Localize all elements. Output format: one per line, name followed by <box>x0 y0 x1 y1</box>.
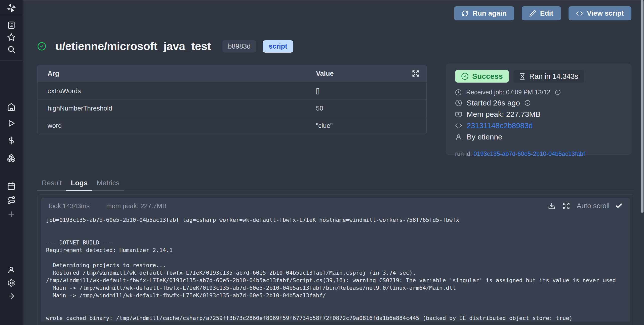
plus-icon[interactable] <box>7 210 16 219</box>
run-id-label: run id: <box>455 150 472 157</box>
auto-scroll-label: Auto scroll <box>577 202 610 210</box>
arrow-right-icon[interactable] <box>7 292 15 300</box>
status-badge: Success <box>455 70 509 83</box>
logs-header: took 14343ms mem peak: 227.7MB Auto scro… <box>41 198 630 214</box>
hash-badge: b8983d <box>222 40 256 53</box>
mem-peak-text: mem peak: 227.7MB <box>106 202 167 210</box>
page-title: u/etienne/microsoft_java_test <box>55 40 211 53</box>
run-id-link[interactable]: 0193c135-ab7d-60e5-2b10-04b5ac13fabf <box>473 150 585 157</box>
script-type-badge: script <box>263 40 293 53</box>
result-tabs: Result Logs Metrics <box>37 176 634 191</box>
action-toolbar: Run again Edit View script <box>454 6 631 20</box>
page-scrollbar[interactable] <box>641 0 643 213</box>
view-script-label: View script <box>587 9 624 17</box>
refresh-icon <box>462 10 468 17</box>
sidebar-divider <box>0 15 23 15</box>
info-icon[interactable] <box>525 100 531 106</box>
home-icon[interactable] <box>7 103 16 111</box>
args-table: Arg Value extraWords [] highNumberThresh… <box>37 65 427 134</box>
user-icon <box>455 133 462 140</box>
route-icon[interactable] <box>7 196 16 204</box>
arg-name: extraWords <box>37 87 81 95</box>
window-top-edge <box>0 0 644 1</box>
sidebar <box>0 0 23 325</box>
gear-icon[interactable] <box>7 279 15 287</box>
star-icon[interactable] <box>7 33 16 42</box>
arg-value: 50 <box>316 104 323 112</box>
check-icon[interactable] <box>615 202 623 210</box>
duration-chip: Ran in 14.343s <box>513 70 584 83</box>
sidebar-divider <box>0 60 23 61</box>
play-icon[interactable] <box>7 119 16 128</box>
arg-name: highNumberThreshold <box>37 104 112 112</box>
job-header: u/etienne/microsoft_java_test b8983d scr… <box>37 40 293 53</box>
table-row: highNumberThreshold 50 <box>37 99 426 117</box>
tab-metrics[interactable]: Metrics <box>92 176 124 191</box>
author-text: By etienne <box>467 133 502 141</box>
started-text: Started 26s ago <box>467 99 520 107</box>
calendar-icon[interactable] <box>7 182 16 191</box>
mem-peak-text: Mem peak: 227.73MB <box>467 110 540 119</box>
dollar-icon[interactable] <box>7 136 16 145</box>
took-text: took 14343ms <box>49 202 90 210</box>
success-check-icon <box>37 42 46 51</box>
run-info-panel: Success Ran in 14.343s Received job: 07:… <box>446 64 631 155</box>
logs-panel: took 14343ms mem peak: 227.7MB Auto scro… <box>41 198 630 321</box>
memory-icon <box>455 111 462 118</box>
args-table-header: Arg Value <box>37 65 426 82</box>
commit-hash-link[interactable]: 23131148c2b8983d <box>467 121 533 130</box>
table-row: word "clue" <box>37 117 426 134</box>
tab-result[interactable]: Result <box>37 176 66 191</box>
check-circle-icon <box>461 73 469 80</box>
search-icon[interactable] <box>7 45 16 54</box>
clock-icon <box>455 89 462 96</box>
logs-section: took 14343ms mem peak: 227.7MB Auto scro… <box>37 194 634 325</box>
windmill-logo-icon[interactable] <box>6 3 17 13</box>
info-icon[interactable] <box>555 89 561 95</box>
tab-logs[interactable]: Logs <box>66 176 92 191</box>
view-script-button[interactable]: View script <box>569 6 631 20</box>
code-icon <box>455 122 462 129</box>
arg-column-header: Arg <box>37 70 59 78</box>
status-label: Success <box>472 72 503 81</box>
run-again-button[interactable]: Run again <box>454 6 514 20</box>
arg-value: [] <box>316 87 319 95</box>
value-column-header: Value <box>316 70 334 78</box>
calculator-icon[interactable] <box>7 21 16 29</box>
edit-label: Edit <box>540 9 553 17</box>
code-icon <box>576 10 583 17</box>
expand-icon[interactable] <box>412 70 419 77</box>
arg-name: word <box>37 122 62 130</box>
user-icon[interactable] <box>7 266 15 274</box>
run-again-label: Run again <box>472 9 506 17</box>
log-output[interactable]: job=0193c135-ab7d-60e5-2b10-04b5ac13fabf… <box>41 214 630 321</box>
clock-icon <box>455 99 462 106</box>
edit-button[interactable]: Edit <box>522 6 561 20</box>
expand-icon[interactable] <box>562 202 570 210</box>
table-row: extraWords [] <box>37 82 426 99</box>
hourglass-icon <box>519 73 526 80</box>
received-job-text: Received job: 07:09 PM 13/12 <box>466 89 550 96</box>
arg-value: "clue" <box>316 122 333 130</box>
boxes-icon[interactable] <box>7 154 16 162</box>
duration-label: Ran in 14.343s <box>529 72 578 81</box>
pencil-icon <box>529 10 536 17</box>
download-icon[interactable] <box>548 202 555 210</box>
